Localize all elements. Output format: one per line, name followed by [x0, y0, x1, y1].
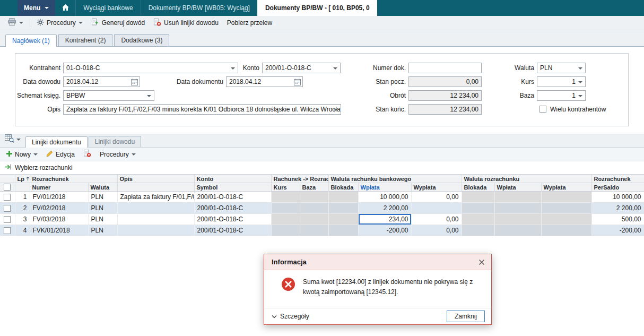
cell-persaldo[interactable]: 500,00	[591, 214, 644, 225]
cell-symbol[interactable]: 200/01-O-018-C	[194, 225, 271, 236]
opis-select[interactable]: Zapłata za faktury F/01,F/02,F/03 minus …	[63, 104, 341, 115]
cell-waluta[interactable]: PLN	[88, 203, 117, 214]
schemat-select[interactable]: BPBW	[63, 90, 154, 101]
top-tab-wyciagi-bankowe[interactable]: Wyciągi bankowe	[75, 0, 140, 16]
header-cell-blokada-1[interactable]: Blokada	[328, 183, 358, 192]
header-cell-wplata-2[interactable]: Wpłata	[494, 183, 541, 192]
cell-opis[interactable]	[117, 225, 194, 236]
cell-lp[interactable]: 4	[15, 225, 30, 236]
header-cell-konto[interactable]: Konto	[194, 175, 271, 183]
cell-wplata[interactable]: 2 200,00	[358, 203, 411, 214]
generuj-dowod-button[interactable]: Generuj dowód	[87, 16, 149, 30]
cell-opis[interactable]: Zapłata za faktury F/01,F/02,F	[117, 192, 194, 203]
waluta-select[interactable]: PLN	[537, 63, 586, 73]
usun-linijki-button[interactable]: Usuń linijki dowodu	[149, 16, 223, 30]
wybierz-rozrachunki-button[interactable]: Wybierz rozrachunki	[0, 161, 644, 174]
header-cell-wplata-1[interactable]: Wpłata	[358, 183, 411, 192]
grid-row-4[interactable]: 4 FVK/01/2018 PLN 200/01-O-018-C -200,00…	[0, 225, 644, 236]
cell-persaldo[interactable]: -200,00	[591, 225, 644, 236]
header-group-waluta-rachunku[interactable]: Waluta rachunku bankowego	[328, 175, 462, 183]
edycja-button[interactable]: Edycja	[42, 148, 79, 161]
grid-row-1[interactable]: 1 FV/01/2018 PLN Zapłata za faktury F/01…	[0, 192, 644, 203]
cell-waluta[interactable]: PLN	[88, 214, 117, 225]
header-cell-wyplata-1[interactable]: Wypłata	[411, 183, 462, 192]
cell-numer[interactable]: FVK/01/2018	[30, 225, 88, 236]
cell-lp[interactable]: 2	[15, 203, 30, 214]
baza-select[interactable]: 1	[537, 90, 586, 101]
tab-linijki-dowodu[interactable]: Linijki dowodu	[89, 136, 141, 147]
home-button[interactable]	[55, 0, 75, 16]
header-group-rozrachunek[interactable]: Rozrachunek	[30, 175, 117, 183]
cell-waluta[interactable]: PLN	[88, 225, 117, 236]
grid-view-button[interactable]	[0, 134, 25, 147]
header-cell-symbol[interactable]: Symbol	[194, 183, 271, 192]
header-cell-kurs[interactable]: Kurs	[271, 183, 300, 192]
details-toggle[interactable]: Szczegóły	[272, 313, 309, 320]
cell-numer[interactable]: FV/01/2018	[30, 192, 88, 203]
header-cell-persaldo[interactable]: PerSaldo	[591, 183, 644, 192]
cell-symbol[interactable]: 200/01-O-018-C	[194, 214, 271, 225]
header-cell-opis[interactable]: Opis	[117, 175, 194, 183]
header-cell-numer[interactable]: Numer	[30, 183, 88, 192]
tab-dodatkowe[interactable]: Dodatkowe (3)	[114, 34, 169, 46]
pobierz-przelew-button[interactable]: Pobierz przelew	[223, 16, 276, 30]
cell-waluta[interactable]: PLN	[88, 192, 117, 203]
cell-symbol[interactable]: 200/01-O-018-C	[194, 203, 271, 214]
calendar-icon[interactable]	[294, 79, 301, 87]
header-cell-waluta[interactable]: Waluta	[88, 183, 117, 192]
cell-opis[interactable]	[117, 214, 194, 225]
procedury-button[interactable]: Procedury	[32, 16, 87, 30]
header-cell-baza[interactable]: Baza	[300, 183, 328, 192]
data-dokumentu-field[interactable]: 2018.04.12	[226, 76, 303, 87]
cell-lp[interactable]: 1	[15, 192, 30, 203]
header-cell-lp[interactable]: Lp	[15, 175, 30, 183]
calendar-icon[interactable]	[131, 79, 138, 87]
nowy-button[interactable]: Nowy	[2, 148, 42, 161]
kontrahent-select[interactable]: 01-O-018-C	[63, 63, 238, 73]
row-checkbox[interactable]	[4, 216, 11, 223]
top-tab-dokumenty-wb05[interactable]: Dokumenty BP/BW [WB05: Wyciąg]	[141, 0, 257, 16]
header-group-waluta-rozrachunku[interactable]: Waluta rozrachunku	[462, 175, 591, 183]
close-icon[interactable]	[478, 259, 485, 265]
header-group-rozrachunek-persaldo[interactable]: Rozrachunek	[591, 175, 644, 183]
cell-checkbox	[0, 214, 15, 225]
cell-wyplata[interactable]	[411, 203, 462, 214]
cell-wyplata[interactable]: 0,00	[411, 225, 462, 236]
cell-lp[interactable]: 3	[15, 214, 30, 225]
cell-persaldo[interactable]: 2 200,00	[591, 203, 644, 214]
row-checkbox[interactable]	[4, 227, 11, 234]
print-button[interactable]	[3, 16, 28, 30]
cell-wplata[interactable]: -200,00	[358, 225, 411, 236]
cell-numer[interactable]: FV/02/2018	[30, 203, 88, 214]
konto-select[interactable]: 200/01-O-018-C	[262, 63, 341, 73]
cell-persaldo[interactable]: 10 000,00	[591, 192, 644, 203]
header-group-rachunek-rozrachun[interactable]: Rachunek -> Rozrachun	[271, 175, 328, 183]
tab-naglowek[interactable]: Nagłówek (1)	[5, 35, 57, 47]
cell-opis[interactable]	[117, 203, 194, 214]
row-checkbox[interactable]	[4, 205, 11, 212]
grid-row-3[interactable]: 3 FV/03/2018 PLN 200/01-O-018-C 234,00 0…	[0, 214, 644, 225]
top-tab-dokumenty-active[interactable]: Dokumenty BP/BW - [ 010, BP05, 0	[257, 0, 377, 16]
cell-symbol[interactable]: 200/01-O-018-C	[194, 192, 271, 203]
cell-wyplata[interactable]: 0,00	[411, 192, 462, 203]
tab-linijki-dokumentu[interactable]: Linijki dokumentu	[25, 136, 88, 148]
row-checkbox[interactable]	[4, 194, 11, 201]
numer-dok-input[interactable]	[412, 63, 478, 73]
tab-kontrahent[interactable]: Kontrahent (2)	[58, 34, 113, 46]
cell-wyplata[interactable]: 0,00	[411, 214, 462, 225]
select-all-checkbox[interactable]	[4, 184, 11, 191]
usun-linijke-button[interactable]	[79, 148, 95, 161]
header-cell-wyplata-2[interactable]: Wypłata	[541, 183, 591, 192]
cell-wplata[interactable]: 10 000,00	[358, 192, 411, 203]
header-cell-blokada-2[interactable]: Blokada	[462, 183, 494, 192]
form-panel: Kontrahent 01-O-018-C Konto 200/01-O-018…	[15, 53, 629, 126]
data-dowodu-field[interactable]: 2018.04.12	[63, 76, 140, 87]
zamknij-button[interactable]: Zamknij	[447, 311, 485, 322]
cell-numer[interactable]: FV/03/2018	[30, 214, 88, 225]
lines-procedury-button[interactable]: Procedury	[95, 148, 140, 161]
cell-wplata-selected[interactable]: 234,00	[358, 214, 411, 225]
wielu-kontrahentow-checkbox[interactable]	[539, 106, 546, 113]
kurs-select[interactable]: 1	[537, 76, 586, 87]
menu-button[interactable]: Menu	[18, 0, 55, 16]
grid-row-2[interactable]: 2 FV/02/2018 PLN 200/01-O-018-C 2 200,00…	[0, 203, 644, 214]
